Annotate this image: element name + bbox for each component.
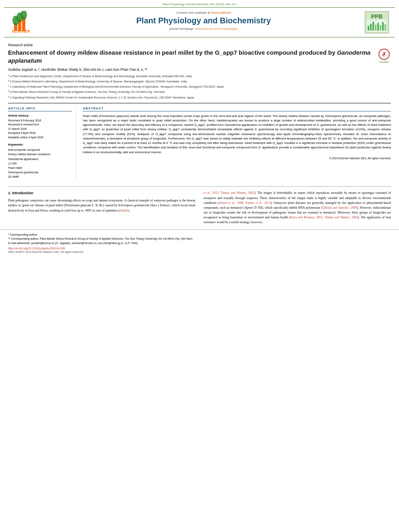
keyword-3: Ganoderma applanatum	[8, 157, 72, 161]
abstract-header: ABSTRACT	[83, 107, 391, 111]
available-date: Available online 4 April 2016	[8, 136, 72, 140]
ppb-logo-area: PPB	[363, 11, 391, 34]
journal-homepage-line: journal homepage: www.elsevier.com/locat…	[44, 27, 363, 31]
abstract-column: ABSTRACT Pearl millet (Pennisetum glaucu…	[83, 107, 391, 179]
article-info-column: ARTICLE INFO Article history: Received 8…	[8, 107, 76, 179]
ppb-logo: PPB	[365, 11, 389, 33]
crossmark-badge[interactable]: ✗ CrossMark	[377, 49, 391, 63]
svg-rect-13	[380, 25, 381, 31]
affiliation-d: d d Plant Abiotic Stress Research Group …	[8, 90, 391, 94]
issn-line: 0981-9428/© 2016 Elsevier Masson SAS. Al…	[8, 251, 391, 253]
top-journal-reference: Plant Physiology and Biochemistry 105 (2…	[0, 0, 399, 7]
authors-line: Sudisha Jogaiah a, *, Hunthrike Shekar S…	[8, 68, 391, 72]
article-content: Research article Enhancement of downy mi…	[0, 37, 399, 182]
ref-sukul[interactable]: Sukul and Spiteller, 2000	[325, 206, 357, 210]
article-title: Enhancement of downy mildew disease resi…	[8, 49, 373, 64]
footnotes-area: * Corresponding author. ** Corresponding…	[0, 229, 399, 257]
ref-et-al-2011[interactable]: et al., 2011; Thakur and Mathur, 2002	[204, 191, 254, 195]
keyword-1: Anti-oomycete compound	[8, 148, 72, 152]
keyword-2: Downy mildew disease resistance	[8, 152, 72, 156]
journal-homepage-link[interactable]: www.elsevier.com/locate/plaphy	[195, 27, 238, 31]
abstract-text: Pearl millet (Pennisetum glaucum) stands…	[83, 114, 391, 154]
keyword-4: LC-MS	[8, 161, 72, 166]
affiliations-block: a a Plant Healthcare and Diagnostic Cent…	[8, 74, 391, 100]
keyword-5: Pearl millet	[8, 166, 72, 170]
crossmark-icon: ✗	[378, 49, 390, 60]
svg-rect-12	[377, 23, 379, 31]
doi-link[interactable]: http://dx.doi.org/10.1016/j.plaphy.2016.…	[8, 247, 391, 250]
journal-header: ELSEVIER Contents lists available at Sci…	[4, 7, 395, 37]
ref-parra[interactable]: Parra and Ristaino, 2001; Thakur and Mat…	[290, 216, 358, 219]
svg-rect-14	[382, 22, 384, 31]
article-info-abstract-section: ARTICLE INFO Article history: Received 8…	[8, 103, 391, 179]
journal-header-center: Contents lists available at ScienceDirec…	[44, 11, 363, 34]
article-info-header: ARTICLE INFO	[8, 107, 72, 111]
svg-rect-15	[385, 24, 386, 31]
article-type: Research article	[8, 43, 391, 47]
article-history-label: Article history:	[8, 114, 72, 117]
affiliation-c: c c Laboratory of Molecular Plant Pathol…	[8, 84, 391, 89]
intro-col-right: et al., 2011; Thakur and Mathur, 2002). …	[204, 191, 391, 227]
keyword-7: 2D NMR	[8, 175, 72, 179]
intro-heading: 1. Introduction	[8, 191, 195, 196]
intro-para-1-right: et al., 2011; Thakur and Mathur, 2002). …	[204, 191, 391, 225]
affiliation-b: b b Downy Mildew Research Laboratory, De…	[8, 79, 391, 84]
footnote-email: E-mail addresses: jsudish@kud.ac.in (S. …	[8, 241, 391, 246]
copyright-line: © 2016 Elsevier Masson SAS. All rights r…	[83, 157, 391, 160]
crossmark-text: CrossMark	[379, 61, 389, 63]
footnote-2: ** Corresponding author. Plant Abiotic S…	[8, 237, 391, 241]
ref-attard[interactable]: Attard et al., 2008; Kumar et al., 2012	[219, 201, 270, 205]
journal-title: Plant Physiology and Biochemistry	[44, 16, 363, 25]
sciencedirect-line: Contents lists available at ScienceDirec…	[44, 11, 363, 14]
ref-sudisha[interactable]: Sudisha	[120, 209, 130, 212]
keyword-6: Sclerospora graminicola	[8, 170, 72, 175]
page-wrapper: Plant Physiology and Biochemistry 105 (2…	[0, 0, 399, 532]
accepted-date: Accepted 4 April 2016	[8, 131, 72, 136]
svg-rect-7	[367, 20, 387, 32]
svg-text:ELSEVIER: ELSEVIER	[12, 29, 30, 33]
received-revised-label: Received in revised form	[8, 123, 72, 127]
affiliation-a: a a Plant Healthcare and Diagnostic Cent…	[8, 74, 391, 78]
svg-rect-8	[368, 26, 369, 31]
svg-rect-11	[375, 25, 376, 31]
footnote-1: * Corresponding author.	[8, 233, 391, 237]
elsevier-logo-area: ELSEVIER	[8, 11, 44, 34]
affiliation-e: e e Signaling Pathway Research Unit, RIK…	[8, 95, 391, 100]
svg-rect-10	[372, 22, 374, 31]
revised-date: 27 March 2016	[8, 127, 72, 131]
section-divider	[8, 186, 391, 187]
received-date: Received 8 February 2016	[8, 119, 72, 123]
svg-rect-9	[370, 24, 372, 31]
sciencedirect-link[interactable]: ScienceDirect	[211, 11, 231, 14]
elsevier-logo: ELSEVIER	[12, 11, 40, 34]
article-title-block: Enhancement of downy mildew disease resi…	[8, 49, 391, 64]
introduction-section: 1. Introduction Plant pathogenic oomycet…	[0, 191, 399, 227]
intro-col-left: 1. Introduction Plant pathogenic oomycet…	[8, 191, 195, 227]
keywords-label: Keywords:	[8, 143, 72, 146]
intro-para-1-left: Plant pathogenic oomycetes can cause dev…	[8, 198, 195, 213]
